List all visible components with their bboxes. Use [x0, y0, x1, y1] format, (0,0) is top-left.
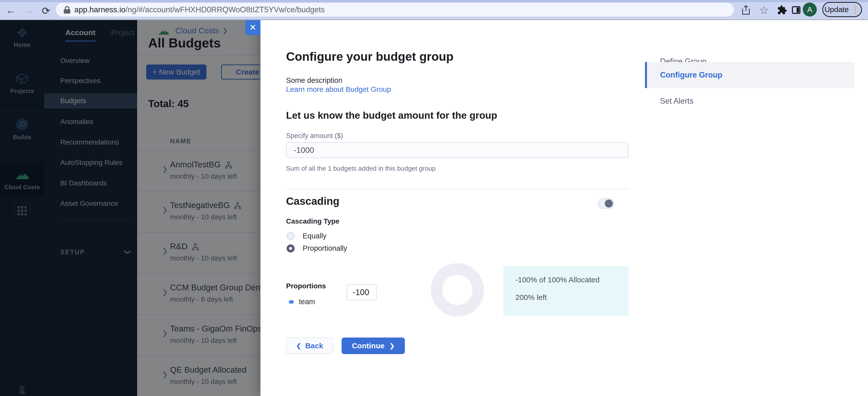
extensions-puzzle-icon[interactable]: [776, 3, 788, 16]
continue-label: Continue: [352, 341, 384, 350]
cascading-type-label: Cascading Type: [286, 217, 340, 225]
allocation-donut-chart: [431, 263, 484, 317]
learn-more-link[interactable]: Learn more about Budget Group: [286, 85, 391, 94]
section-divider: [286, 189, 629, 189]
team-color-dot-icon: [289, 300, 294, 304]
bookmark-star-icon[interactable]: ☆: [757, 3, 771, 16]
url-text: app.harness.io/ng/#/account/wFHXHD0RRQWo…: [74, 5, 325, 14]
back-label: Back: [305, 341, 323, 350]
cascading-toggle[interactable]: [598, 198, 614, 209]
browser-refresh-icon[interactable]: ⟳: [40, 5, 52, 16]
update-label: Update: [825, 5, 849, 14]
side-panel-icon[interactable]: [789, 3, 803, 16]
amount-input[interactable]: [286, 142, 629, 158]
chevron-left-icon: ❮: [296, 342, 301, 349]
radio-checked-icon[interactable]: [286, 244, 294, 253]
browser-update-button[interactable]: Update ⋮: [822, 2, 862, 17]
amount-label: Specify amount ($): [286, 132, 343, 140]
overflow-menu-icon: ⋮: [851, 6, 860, 13]
allocation-line: -100% of 100% Allocated: [516, 275, 599, 284]
radio-unchecked-icon[interactable]: [286, 232, 294, 240]
radio-equally[interactable]: Equally: [286, 232, 327, 240]
amount-helper-text: Sum of all the 1 budgets added in this b…: [286, 165, 436, 172]
allocation-summary-panel: -100% of 100% Allocated 200% left: [503, 266, 629, 316]
proportions-label: Proportions: [286, 282, 326, 290]
close-icon[interactable]: ✕: [245, 20, 260, 35]
modal-title: Configure your budget group: [286, 50, 454, 64]
continue-button[interactable]: Continue ❯: [342, 337, 405, 354]
amount-section-title: Let us know the budget amount for the gr…: [286, 110, 497, 121]
team-proportion-input[interactable]: [347, 284, 377, 300]
browser-forward-icon[interactable]: →: [22, 5, 35, 16]
browser-back-icon[interactable]: ←: [4, 5, 17, 16]
modal-description: Some description: [286, 76, 342, 85]
toggle-knob-icon: [605, 199, 613, 207]
chrome-divider: [0, 19, 868, 20]
radio-proportionally-label: Proportionally: [303, 244, 347, 253]
url-domain: app.harness.io: [74, 5, 125, 14]
configure-budget-group-modal: ✕ Configure your budget group Some descr…: [260, 20, 868, 396]
back-button[interactable]: ❮ Back: [286, 337, 333, 354]
screen: ← → ⟳ app.harness.io/ng/#/account/wFHXHD…: [0, 0, 868, 396]
allocation-left-line: 200% left: [516, 293, 547, 302]
step-configure-group[interactable]: Configure Group: [645, 62, 855, 88]
share-icon[interactable]: [739, 3, 752, 16]
browser-top-strip: [0, 0, 868, 2]
browser-chrome: ← → ⟳ app.harness.io/ng/#/account/wFHXHD…: [0, 0, 868, 19]
url-path: /ng/#/account/wFHXHD0RRQWoO8tIZT5YVw/ce/…: [125, 5, 325, 14]
profile-avatar[interactable]: A: [803, 2, 817, 16]
radio-proportionally[interactable]: Proportionally: [286, 244, 347, 253]
radio-equally-label: Equally: [303, 232, 327, 240]
step-set-alerts[interactable]: Set Alerts: [645, 88, 855, 114]
address-bar[interactable]: app.harness.io/ng/#/account/wFHXHD0RRQWo…: [56, 3, 734, 16]
chevron-right-icon: ❯: [390, 342, 395, 349]
cascading-title: Cascading: [286, 195, 339, 207]
lock-icon: [64, 6, 70, 13]
team-label: team: [299, 298, 315, 306]
